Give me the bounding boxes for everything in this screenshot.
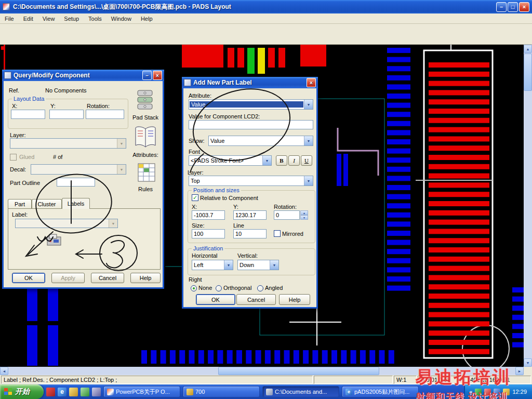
y-field[interactable]: 1230.17 [233,210,267,220]
orthogonal-radio[interactable] [216,285,222,291]
task-browser[interactable]: e pADS2005贴片图问... [342,386,419,397]
num-of-label: # of [53,154,62,160]
menu-edit[interactable]: Edit [19,15,38,23]
quicklaunch-folder-icon[interactable] [69,388,78,396]
italic-button[interactable]: I [288,155,300,166]
tray-shield-icon[interactable] [475,389,482,395]
value-field[interactable] [189,120,313,129]
task-pads-layout[interactable]: C:\Documents and... [262,386,339,397]
scroll-right-icon[interactable]: ► [515,367,524,375]
scroll-down-icon[interactable]: ▼ [524,358,532,367]
menu-tools[interactable]: Tools [84,15,107,23]
status-bar: Label ; Ref.Des. ; Component LCD2 ; L:To… [0,375,532,384]
query-dialog-titlebar[interactable]: Query/Modify Component – × [2,70,164,81]
x-field[interactable]: -1003.7 [192,210,225,220]
angled-radio[interactable] [257,285,263,291]
tray-app-icon[interactable] [484,389,491,395]
x-label: X: [192,204,197,210]
quicklaunch-media-icon[interactable] [46,388,55,396]
relative-to-component-checkbox[interactable]: ✓ [192,194,198,201]
menu-file[interactable]: File [0,15,19,23]
minimize-icon[interactable]: – [142,71,152,80]
bold-button[interactable]: B [276,155,287,166]
chevron-down-icon[interactable]: ▼ [270,260,278,270]
y-field[interactable] [49,110,84,119]
spin-up-icon[interactable]: ▲ [300,210,308,215]
menu-setup[interactable]: Setup [59,15,84,23]
help-button[interactable]: Help [279,294,310,305]
chevron-down-icon[interactable]: ▼ [304,100,313,109]
vertical-scrollbar[interactable]: ▲ ▼ [524,45,532,367]
vertical-label: Vertical: [237,252,258,259]
restore-icon[interactable]: □ [508,2,518,12]
chevron-down-icon[interactable]: ▼ [262,156,271,165]
spin-down-icon[interactable]: ▼ [300,215,308,220]
quicklaunch-desktop-icon[interactable] [92,388,101,396]
taskbar: 开始 e PowerPCB关于P O... 700 C:\Documents a… [0,384,532,399]
scroll-left-icon[interactable]: ◄ [0,367,8,375]
horizontal-label: Horizontal [192,252,218,259]
menu-window[interactable]: Window [107,15,136,23]
ok-button[interactable]: OK [196,294,235,305]
tray-network-icon[interactable] [494,389,500,395]
cancel-button[interactable]: Cancel [236,294,276,305]
rotation-field[interactable] [86,110,124,119]
minimize-icon[interactable]: – [496,2,507,12]
quicklaunch-ie-icon[interactable]: e [58,388,66,396]
attributes-icon[interactable] [134,125,157,152]
chevron-down-icon[interactable]: ▼ [304,176,313,185]
vertical-scroll-thumb[interactable] [524,54,532,91]
start-button[interactable]: 开始 [0,384,44,399]
window-titlebar[interactable]: C:\Documents and Settings\...\桌面\700\700… [0,0,532,14]
dialog-icon [184,79,191,86]
tray-volume-icon[interactable] [503,389,510,395]
tab-part[interactable]: Part [8,199,32,209]
close-icon[interactable]: × [307,78,316,87]
attribute-combo[interactable]: Value ▼ [189,99,313,110]
add-dialog-titlebar[interactable]: Add New Part Label × [182,77,318,88]
tab-labels[interactable]: Labels [62,198,90,209]
tray-collapse-icon[interactable]: « [469,389,472,395]
chevron-down-icon[interactable]: ▼ [304,136,313,145]
layer-combo[interactable]: Top ▼ [189,176,313,186]
value-for-component-label: Value for Component LCD2: [189,113,260,119]
scroll-up-icon[interactable]: ▲ [524,45,532,53]
help-button[interactable]: Help [130,273,161,283]
apply-button[interactable]: Apply [51,273,85,283]
vertical-combo[interactable]: Down ▼ [237,260,279,270]
underline-button[interactable]: U [301,155,312,166]
pad-stack-icon[interactable] [134,88,156,113]
status-grid: G:0.01 0.01 [418,376,463,384]
font-combo[interactable]: <PADS Stroke Font> ▼ [189,155,272,166]
layer-combo: ▼ [10,138,126,149]
quicklaunch-app-icon[interactable] [81,388,89,396]
rules-icon[interactable] [137,162,156,185]
right-reading-label: Right [189,276,202,283]
tab-cluster[interactable]: Cluster [32,199,62,209]
close-icon[interactable]: × [153,71,162,80]
cancel-button[interactable]: Cancel [91,273,124,283]
part-outline-field[interactable] [57,178,95,187]
windows-flag-icon [4,388,12,395]
chevron-down-icon: ▼ [117,139,126,148]
horizontal-scrollbar[interactable]: ◄ ► [0,367,524,375]
rotation-stepper[interactable]: ▲▼ [300,210,308,220]
mirrored-checkbox[interactable] [274,230,281,237]
x-field[interactable] [11,110,45,119]
size-field[interactable]: 100 [192,229,225,238]
chevron-down-icon[interactable]: ▼ [224,260,233,270]
menu-help[interactable]: Help [136,15,157,23]
horizontal-combo[interactable]: Left ▼ [192,260,233,270]
close-icon[interactable]: × [519,2,529,12]
menu-view[interactable]: View [38,15,60,23]
ok-button[interactable]: OK [12,273,45,283]
none-radio[interactable] [191,285,197,291]
task-folder-700[interactable]: 700 [183,386,260,397]
horizontal-scroll-thumb[interactable] [218,367,379,375]
line-field[interactable]: 10 [233,229,267,238]
status-coordinates: 1402.18 1629.91 [464,376,531,384]
show-combo[interactable]: Value ▼ [208,136,313,146]
task-powerpcb[interactable]: PowerPCB关于P O... [103,386,180,397]
rotation-field[interactable]: 0 [274,210,300,220]
relative-to-component-label: Relative to Component [200,195,258,201]
